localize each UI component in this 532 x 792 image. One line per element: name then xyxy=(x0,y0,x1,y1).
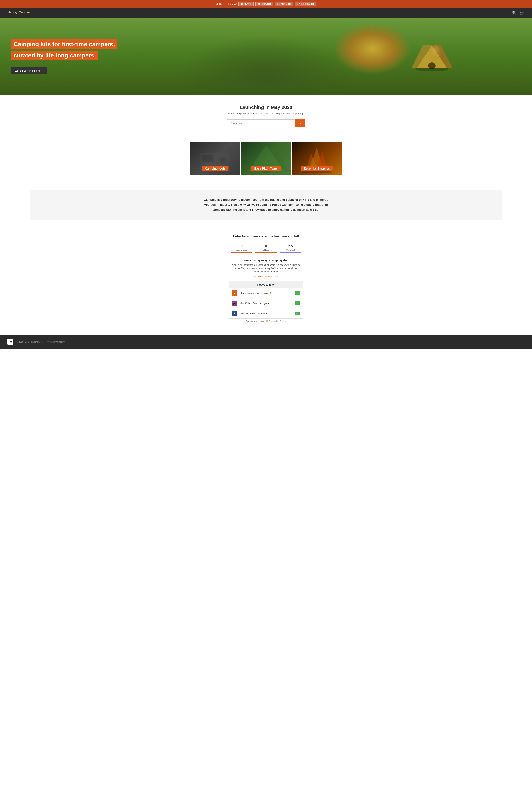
cat-supplies-label: Essential Supplies xyxy=(301,166,333,171)
hero-cta-button[interactable]: Win a free camping kit → xyxy=(11,67,47,74)
email-submit-button[interactable]: → xyxy=(295,119,305,127)
svg-rect-8 xyxy=(202,155,213,162)
total-entries-bar xyxy=(255,252,277,253)
countdown-minutes: 01 MINUTE xyxy=(275,2,293,6)
days-left-bar xyxy=(280,252,301,253)
cat-tents-label: Easy Pitch Tents xyxy=(251,166,281,171)
giveaway-widget: 0 Your Entries 0 Total Entries 65 Days L… xyxy=(229,241,303,324)
facebook-entry-text: Visit Shopify on Facebook xyxy=(240,312,292,315)
launch-section: Launching in May 2020 Sign up to get our… xyxy=(0,95,532,133)
stat-total-entries: 0 Total Entries xyxy=(254,241,278,256)
top-banner: 🏕 Coming Soon 🏕 85 DAYS 22 HOURS 01 MINU… xyxy=(0,0,532,8)
footer-shopify-logo: 🛍 xyxy=(7,339,13,345)
coming-soon-text: 🏕 Coming Soon 🏕 xyxy=(216,3,236,5)
hero-section: Camping kits for first-time campers, cur… xyxy=(0,18,532,95)
share-entry-badge: +1 xyxy=(294,291,300,295)
facebook-icon: f xyxy=(232,311,238,316)
site-footer: 🛍 © 2019, ContentDemoStore. Powered by S… xyxy=(0,335,532,349)
about-section-wrapper: Camping is a great way to disconnect fro… xyxy=(0,190,532,235)
ways-to-enter-header: 3 Ways to Enter xyxy=(229,281,303,288)
instagram-icon: 📷 xyxy=(232,301,238,306)
instagram-entry-badge: +1 xyxy=(294,302,300,305)
countdown-hours: 22 HOURS xyxy=(255,2,273,6)
shopify-icon: 🛍 xyxy=(9,340,12,344)
email-input[interactable] xyxy=(227,119,295,127)
site-header: Happy Camper 🔍 🛒 xyxy=(0,8,532,18)
entry-item-instagram[interactable]: 📷 Visit @shopify on Instagram +1 xyxy=(229,298,303,308)
your-entries-label: Your Entries xyxy=(231,249,252,251)
site-logo[interactable]: Happy Camper xyxy=(7,11,31,15)
entry-item-facebook[interactable]: f Visit Shopify on Facebook +1 xyxy=(229,308,303,318)
total-entries-label: Total Entries xyxy=(255,249,277,251)
giveaway-body-title: We're giving away 3 camping kits! xyxy=(232,259,300,262)
your-entries-bar xyxy=(231,252,252,253)
launch-title: Launching in May 2020 xyxy=(4,104,528,110)
giveaway-section-title: Enter for a chance to win a free camping… xyxy=(229,235,303,238)
search-icon[interactable]: 🔍 xyxy=(512,11,517,15)
stat-days-left: 65 Days Left xyxy=(278,241,303,256)
instagram-entry-text: Visit @shopify on Instagram xyxy=(240,302,292,305)
terms-link[interactable]: See terms and conditions. xyxy=(253,275,279,278)
giveaway-stats: 0 Your Entries 0 Total Entries 65 Days L… xyxy=(229,241,303,256)
share-icon: ♥ xyxy=(232,290,238,296)
countdown-seconds: 47 SECONDS xyxy=(295,2,316,6)
about-section: Camping is a great way to disconnect fro… xyxy=(30,190,502,220)
category-item-tools[interactable]: Camping tools xyxy=(190,142,240,175)
widget-footer: Terms & Conditions | 🌈 Powered by Gleam xyxy=(229,318,303,324)
category-section: Camping tools Easy Pitch Tents Essential… xyxy=(0,133,532,190)
cart-icon[interactable]: 🛒 xyxy=(520,11,525,15)
about-text: Camping is a great way to disconnect fro… xyxy=(203,197,329,212)
facebook-entry-badge: +1 xyxy=(294,312,300,315)
days-left-number: 65 xyxy=(280,244,301,248)
cat-tools-label: Camping tools xyxy=(202,166,228,171)
category-item-supplies[interactable]: Essential Supplies xyxy=(292,142,342,175)
hero-tent-image xyxy=(412,42,452,71)
share-entry-text: Share this page with friends 👯 xyxy=(240,292,292,294)
category-item-tents[interactable]: Easy Pitch Tents xyxy=(241,142,291,175)
total-entries-number: 0 xyxy=(255,244,277,248)
giveaway-section: Enter for a chance to win a free camping… xyxy=(229,235,303,324)
days-left-label: Days Left xyxy=(280,249,301,251)
category-grid: Camping tools Easy Pitch Tents Essential… xyxy=(190,142,342,175)
footer-copyright: © 2019, ContentDemoStore. Powered by Sho… xyxy=(16,341,65,343)
header-icons: 🔍 🛒 xyxy=(512,11,525,15)
svg-point-10 xyxy=(221,158,224,162)
giveaway-body: We're giving away 3 camping kits! Visit … xyxy=(229,256,303,281)
hero-title-line1: Camping kits for first-time campers, xyxy=(11,39,117,51)
hero-content: Camping kits for first-time campers, cur… xyxy=(0,39,129,74)
svg-point-6 xyxy=(430,45,441,60)
giveaway-description: Visit us on Instagram or Facebook, or sh… xyxy=(232,264,300,273)
launch-subtitle: Sign up to get our essential checklist f… xyxy=(4,112,528,115)
svg-rect-11 xyxy=(204,164,226,166)
entry-item-share[interactable]: ♥ Share this page with friends 👯 +1 xyxy=(229,288,303,298)
your-entries-number: 0 xyxy=(231,244,252,248)
stat-your-entries: 0 Your Entries xyxy=(229,241,254,256)
countdown-days: 85 DAYS xyxy=(239,2,254,6)
email-signup-form: → xyxy=(227,119,305,127)
hero-title-line2: curated by life-long campers. xyxy=(11,51,117,64)
